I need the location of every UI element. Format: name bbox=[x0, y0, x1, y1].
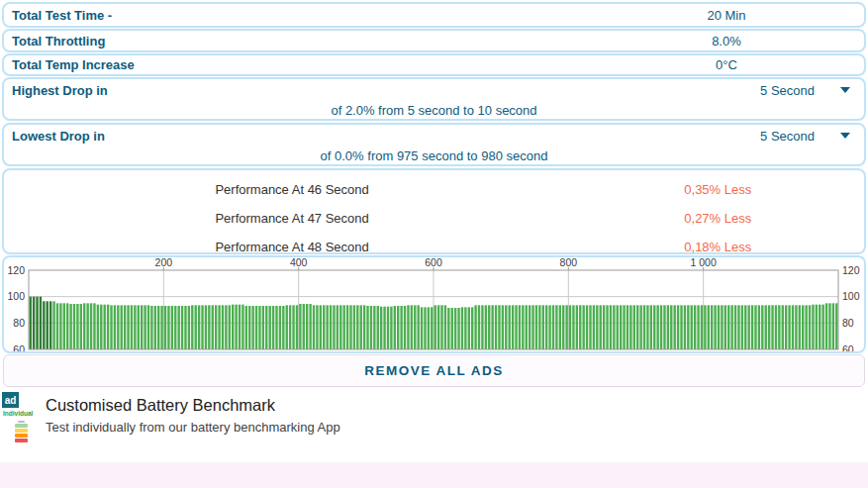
highest-drop-label: Highest Drop in bbox=[4, 83, 108, 98]
svg-text:800: 800 bbox=[560, 257, 578, 268]
svg-text:60: 60 bbox=[842, 343, 854, 352]
svg-text:200: 200 bbox=[155, 257, 173, 268]
svg-text:100: 100 bbox=[7, 290, 25, 302]
lowest-drop-label: Lowest Drop in bbox=[4, 129, 105, 144]
performance-label: Performance At 46 Second bbox=[4, 181, 580, 196]
stat-value: 8.0% bbox=[631, 34, 820, 49]
ad-individual-label: Individual bbox=[3, 410, 33, 417]
lowest-drop-card: Lowest Drop in 5 Second of 0.0% from 975… bbox=[2, 123, 866, 166]
chevron-down-icon bbox=[840, 133, 850, 139]
stat-row-total-temp-increase: Total Temp Increase 0°C bbox=[2, 53, 866, 76]
stat-label: Total Throttling bbox=[4, 34, 105, 49]
stat-label: Total Temp Increase bbox=[4, 57, 135, 72]
chevron-down-icon bbox=[840, 87, 850, 93]
dropdown-selected-value: 5 Second bbox=[760, 83, 815, 98]
svg-text:60: 60 bbox=[13, 343, 25, 352]
dropdown-selected-value: 5 Second bbox=[760, 129, 815, 144]
ad-title[interactable]: Customised Battery Benchmark bbox=[46, 396, 275, 415]
performance-value: 0,35% Less bbox=[657, 181, 778, 196]
performance-card: Performance At 46 Second 0,35% Less Perf… bbox=[2, 168, 866, 254]
stat-value: 20 Min bbox=[631, 8, 820, 23]
svg-text:400: 400 bbox=[290, 257, 308, 268]
stat-row-total-test-time: Total Test Time - 20 Min bbox=[2, 2, 866, 28]
svg-text:80: 80 bbox=[13, 317, 25, 329]
svg-text:100: 100 bbox=[842, 290, 860, 302]
remove-all-ads-label: REMOVE ALL ADS bbox=[364, 363, 504, 378]
stat-label: Total Test Time - bbox=[4, 8, 112, 23]
highest-drop-interval-dropdown[interactable]: 5 Second bbox=[760, 79, 850, 101]
performance-value: 0,18% Less bbox=[657, 239, 778, 253]
stat-value: 0°C bbox=[631, 57, 820, 72]
svg-text:80: 80 bbox=[842, 317, 854, 329]
highest-drop-detail: of 2.0% from 5 second to 10 second bbox=[4, 103, 864, 118]
ad-badge-icon: ad bbox=[2, 392, 19, 408]
battery-icon bbox=[14, 421, 29, 442]
ad-banner[interactable]: ad Individual Customised Battery Benchma… bbox=[0, 388, 868, 461]
stat-row-total-throttling: Total Throttling 8.0% bbox=[2, 29, 866, 52]
svg-text:120: 120 bbox=[7, 264, 25, 276]
footer-ad-strip bbox=[0, 462, 868, 488]
performance-row: Performance At 47 Second 0,27% Less bbox=[4, 203, 864, 232]
svg-text:120: 120 bbox=[842, 264, 860, 276]
lowest-drop-interval-dropdown[interactable]: 5 Second bbox=[760, 125, 850, 146]
throttling-chart-card: 2004006008001 00012012010010080806060 bbox=[2, 255, 866, 353]
performance-label: Performance At 48 Second bbox=[4, 239, 580, 253]
throttling-chart: 2004006008001 00012012010010080806060 bbox=[4, 257, 864, 351]
performance-row: Performance At 46 Second 0,35% Less bbox=[4, 174, 864, 203]
ad-subtitle: Test individually from our battery bench… bbox=[46, 420, 340, 435]
svg-text:1 000: 1 000 bbox=[691, 257, 717, 268]
highest-drop-card: Highest Drop in 5 Second of 2.0% from 5 … bbox=[2, 77, 866, 121]
remove-all-ads-button[interactable]: REMOVE ALL ADS bbox=[3, 354, 865, 387]
performance-value: 0,27% Less bbox=[657, 210, 778, 225]
performance-label: Performance At 47 Second bbox=[4, 210, 580, 225]
svg-text:600: 600 bbox=[425, 257, 442, 268]
lowest-drop-detail: of 0.0% from 975 second to 980 second bbox=[4, 148, 864, 163]
